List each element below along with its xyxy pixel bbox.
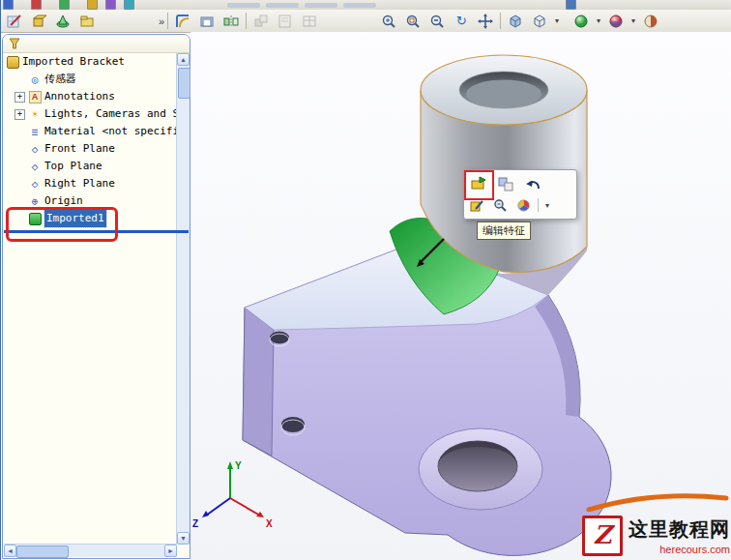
display-style-dropdown-icon[interactable]: ▾ (552, 16, 562, 25)
watermark-url: herecours.com (659, 544, 730, 555)
menu-label-clipped (266, 3, 299, 8)
menu-label-clipped (343, 3, 376, 8)
tree-vertical-scrollbar[interactable]: ▲ ▼ (176, 53, 190, 545)
small-hole-1[interactable] (270, 332, 289, 344)
tree-item-material[interactable]: ≡ Material <not specified> (4, 123, 177, 140)
orientation-triad: Y X Z (192, 460, 273, 529)
pan-icon[interactable] (474, 11, 497, 32)
plane-icon: ◇ (28, 161, 42, 173)
table-icon[interactable] (298, 11, 321, 32)
small-hole-2[interactable] (281, 417, 305, 432)
tree-item-origin[interactable]: ⊕ Origin (4, 192, 177, 210)
extrude-icon[interactable] (27, 11, 50, 32)
zoom-fit-icon[interactable] (377, 11, 400, 32)
scene-sphere-icon[interactable] (604, 11, 628, 32)
feature-tree: Imported Bracket ◎ 传感器 + A Annotations +… (4, 53, 177, 545)
shaded-cube-icon[interactable] (504, 11, 527, 32)
appearance-color-icon[interactable] (513, 195, 534, 215)
tree-item-top-plane[interactable]: ◇ Top Plane (4, 158, 177, 175)
edit-feature-icon[interactable] (467, 172, 490, 195)
menu-icon[interactable] (3, 0, 14, 10)
feature-tree-header (3, 35, 190, 53)
zoom-in-out-icon[interactable] (425, 11, 449, 32)
plane-icon: ◇ (28, 178, 42, 191)
menu-icon[interactable] (124, 0, 134, 10)
part-icon (6, 56, 19, 69)
cylinder-bore-floor (466, 80, 541, 108)
undo-icon[interactable] (521, 172, 544, 195)
toolbar-overflow-chevron[interactable]: » (159, 15, 164, 27)
edit-sketch-icon[interactable] (467, 195, 487, 215)
feature-tree-panel: Imported Bracket ◎ 传感器 + A Annotations +… (2, 34, 190, 559)
tree-item-label: Material <not specified> (44, 123, 177, 140)
wireframe-cube-icon[interactable] (528, 11, 551, 32)
tree-item-label: 传感器 (44, 71, 76, 88)
model-3d[interactable]: Y X Z (190, 32, 731, 560)
toolbar-group-features (171, 11, 243, 32)
rollback-bar[interactable] (4, 230, 189, 233)
shell-icon[interactable] (195, 11, 219, 32)
menu-label-clipped (227, 3, 260, 8)
expand-icon[interactable]: + (15, 109, 25, 120)
expand-icon[interactable]: + (15, 92, 25, 103)
scroll-left-icon[interactable]: ◄ (4, 545, 16, 557)
context-toolbar-row2: ▾ (467, 195, 573, 215)
menu-icon[interactable] (31, 0, 42, 10)
menu-icon[interactable] (566, 0, 576, 10)
tree-item-label: Annotations (44, 88, 115, 105)
tree-item-front-plane[interactable]: ◇ Front Plane (4, 140, 177, 158)
scroll-up-icon[interactable]: ▲ (177, 53, 190, 66)
mirror-icon[interactable] (219, 11, 243, 32)
tree-item-right-plane[interactable]: ◇ Right Plane (4, 175, 177, 192)
appearance-sphere-icon[interactable] (570, 11, 593, 32)
graphics-area[interactable]: Y X Z (190, 32, 731, 560)
open-document-icon[interactable] (75, 11, 99, 32)
watermark-title: 这里教程网 (629, 516, 730, 543)
tree-item-part[interactable]: Imported Bracket (4, 53, 177, 71)
tree-item-label: Imported1 (44, 210, 106, 227)
tree-item-sensors[interactable]: ◎ 传感器 (4, 71, 177, 88)
context-toolbar-row1 (467, 172, 573, 195)
menu-icon[interactable] (59, 0, 70, 10)
context-toolbar: ▾ (463, 169, 577, 220)
imported-feature-icon (28, 213, 42, 225)
toolbar-group-view: ↻ (377, 11, 497, 32)
parent-child-icon[interactable] (494, 172, 517, 195)
menu-icon[interactable] (105, 0, 116, 10)
tree-item-lights[interactable]: + ☀ Lights, Cameras and Scene (4, 105, 177, 123)
scroll-thumb[interactable] (178, 68, 190, 99)
triad-x-label: X (266, 518, 273, 529)
solidworks-window: » (0, 0, 731, 560)
context-dropdown-icon[interactable]: ▾ (542, 201, 552, 210)
tree-item-label: Lights, Cameras and Scene (44, 105, 177, 123)
watermark-logo: Z (582, 516, 623, 556)
scroll-down-icon[interactable]: ▼ (177, 532, 190, 545)
sketch-icon[interactable] (3, 11, 26, 32)
tree-item-label: Origin (44, 192, 83, 210)
filter-funnel-icon[interactable] (8, 38, 21, 50)
appearance-dropdown-icon[interactable]: ▾ (594, 16, 603, 25)
tree-item-annotations[interactable]: + A Annotations (4, 88, 177, 105)
triad-y-label: Y (235, 460, 242, 471)
rotate-view-icon[interactable]: ↻ (450, 11, 473, 32)
watermark-swoosh (585, 488, 730, 512)
section-view-icon[interactable] (639, 11, 662, 32)
magnifier-icon[interactable] (490, 195, 511, 215)
tree-horizontal-scrollbar[interactable]: ◄ ► (4, 544, 177, 557)
scroll-right-icon[interactable]: ► (164, 545, 177, 557)
menu-bar (1, 0, 731, 10)
scroll-thumb[interactable] (16, 545, 69, 558)
tree-item-imported1[interactable]: Imported1 (4, 210, 177, 227)
sensors-icon: ◎ (28, 74, 42, 86)
zoom-area-icon[interactable] (401, 11, 424, 32)
origin-icon: ⊕ (28, 195, 42, 208)
revolve-icon[interactable] (51, 11, 74, 32)
menu-icon[interactable] (87, 0, 98, 10)
fillet-icon[interactable] (171, 11, 194, 32)
toolbar-group-appearance: ▾ ▾ (570, 11, 662, 32)
watermark: Z 这里教程网 herecours.com (571, 488, 730, 556)
scene-dropdown-icon[interactable]: ▾ (629, 16, 638, 25)
assembly-icon[interactable] (249, 11, 273, 32)
tree-item-label: Right Plane (44, 175, 115, 192)
drawing-icon[interactable] (274, 11, 297, 32)
